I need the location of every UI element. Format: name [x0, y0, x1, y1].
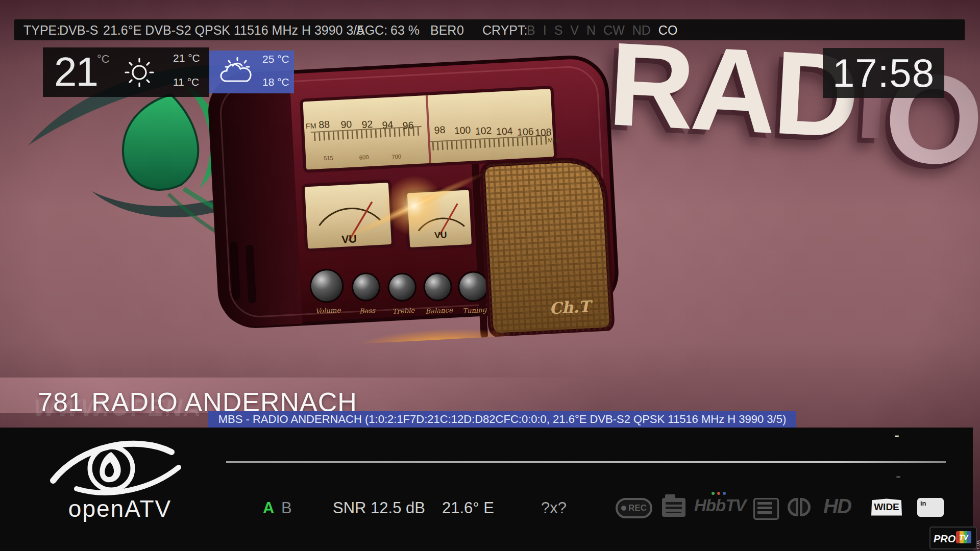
- sun-icon: [117, 55, 161, 90]
- svg-text:515: 515: [324, 155, 333, 161]
- svg-text:92: 92: [361, 118, 373, 130]
- openatv-brand-text: openATV: [53, 495, 187, 522]
- partly-cloudy-icon: [215, 55, 258, 90]
- ci-card-icon: in: [917, 498, 944, 517]
- crypt-flag-v: V: [570, 23, 579, 38]
- protv-watermark: PRO TV NET.UA: [929, 527, 977, 549]
- resolution-value: ?x?: [541, 499, 567, 517]
- clock: 17:58: [823, 48, 944, 98]
- svg-text:98: 98: [434, 124, 446, 136]
- hbbtv-label: HbbTV: [694, 496, 746, 515]
- next-event-placeholder: -: [896, 467, 901, 485]
- svg-text:96: 96: [402, 119, 414, 131]
- openatv-eye-logo: [50, 432, 190, 497]
- vu-meter-left: VU: [303, 181, 394, 251]
- svg-text:Bass: Bass: [359, 307, 376, 315]
- rec-dot: [621, 506, 626, 511]
- svg-text:VU: VU: [434, 230, 447, 240]
- svg-text:Ch.T: Ch.T: [549, 297, 594, 317]
- svg-text:FM: FM: [306, 122, 317, 131]
- transponder-info: 21.6°E DVB-S2 QPSK 11516 MHz H 3990 3/5: [103, 23, 364, 38]
- today-low: 11 °C: [173, 76, 199, 88]
- svg-text:90: 90: [340, 118, 352, 130]
- svg-text:Treble: Treble: [392, 307, 415, 315]
- crypt-label: CRYPT:: [482, 23, 527, 38]
- dolby-icon: [788, 498, 811, 516]
- tomorrow-high: 25 °C: [262, 53, 289, 65]
- svg-text:102: 102: [475, 124, 492, 137]
- ber-label: BER: [430, 23, 456, 38]
- crypt-flag-i: I: [543, 23, 547, 38]
- clock-time: 17:58: [832, 50, 935, 96]
- service-reference-bar: MBS - RADIO ANDERNACH (1:0:2:1F7D:21C:12…: [208, 411, 796, 428]
- snr-value: SNR 12.5 dB: [333, 499, 425, 517]
- protv-tv-badge: TV: [956, 531, 971, 543]
- audio-track-a: A: [263, 499, 274, 517]
- audio-track-b: B: [281, 499, 292, 517]
- rec-icon: REC: [616, 498, 652, 518]
- ber-value: 0: [457, 23, 464, 38]
- radio-dial: FM 88 90 92 94 96 98 100 102 104 106 108…: [301, 87, 561, 171]
- current-temp: 21: [54, 48, 97, 95]
- hbbtv-dots: [712, 492, 726, 495]
- svg-text:700: 700: [391, 154, 401, 160]
- tuner-type-label: TYPE:: [23, 23, 60, 38]
- crypt-flag-b: B: [527, 23, 535, 38]
- agc-value: 63 %: [390, 23, 420, 38]
- svg-text:94: 94: [382, 119, 394, 131]
- event-separator-line: [226, 461, 946, 463]
- hbbtv-icon: HbbTV: [694, 496, 746, 515]
- records-icon: [662, 498, 685, 517]
- svg-text:600: 600: [359, 154, 369, 161]
- crypt-flag-cw: CW: [603, 23, 625, 38]
- tv-screen: FM 88 90 92 94 96 98 100 102 104 106 108…: [0, 0, 980, 551]
- agc-label: AGC:: [356, 23, 387, 38]
- rec-label: REC: [628, 503, 647, 513]
- teletext-icon: [753, 498, 779, 520]
- crypt-flag-n: N: [586, 23, 596, 38]
- tuner-type-value: DVB-S: [59, 23, 98, 38]
- svg-text:106: 106: [517, 126, 534, 138]
- svg-text:104: 104: [496, 125, 513, 137]
- svg-text:Balance: Balance: [425, 306, 454, 315]
- svg-text:VU: VU: [341, 233, 357, 246]
- current-temp-unit: °C: [97, 53, 110, 66]
- crypt-flag-nd: ND: [632, 23, 651, 38]
- dolby-right-d: [800, 498, 811, 516]
- protv-pro-text: PRO: [934, 533, 955, 545]
- svg-text:Volume: Volume: [315, 306, 341, 315]
- svg-text:88: 88: [318, 118, 330, 130]
- dolby-left-d: [788, 498, 798, 516]
- now-event-placeholder: -: [894, 427, 899, 444]
- today-high: 21 °C: [173, 52, 200, 64]
- svg-text:108: 108: [534, 126, 552, 138]
- svg-text:100: 100: [454, 124, 471, 136]
- speaker-grille: Ch.T: [482, 158, 612, 336]
- crypt-flag-s: S: [554, 23, 563, 38]
- tomorrow-low: 18 °C: [262, 76, 289, 88]
- svg-text:MHz: MHz: [548, 137, 560, 143]
- protv-net-text: NET.UA: [976, 540, 980, 551]
- weather-current: 21 °C 21 °C 11 °C: [43, 47, 209, 97]
- tuner-info-bar: TYPE: DVB-S 21.6°E DVB-S2 QPSK 11516 MHz…: [14, 19, 965, 40]
- info-panel: - - openATV A B SNR 12.5 dB 21.6° E ?x? …: [0, 428, 973, 551]
- crypt-flags: B I S V N CW ND CO: [527, 23, 677, 38]
- widescreen-icon: WIDE: [871, 498, 902, 516]
- service-reference-text: MBS - RADIO ANDERNACH (1:0:2:1F7D:21C:12…: [218, 413, 787, 426]
- weather-forecast: 25 °C 18 °C: [209, 51, 294, 93]
- vu-meter-right: VU: [405, 188, 473, 249]
- svg-text:Tuning: Tuning: [462, 306, 488, 315]
- orbital-position: 21.6° E: [442, 499, 494, 517]
- crypt-flag-co: CO: [658, 23, 678, 38]
- radio-knobs: Volume Bass Treble Balance Tuning: [310, 261, 489, 322]
- hd-icon: HD: [823, 495, 851, 518]
